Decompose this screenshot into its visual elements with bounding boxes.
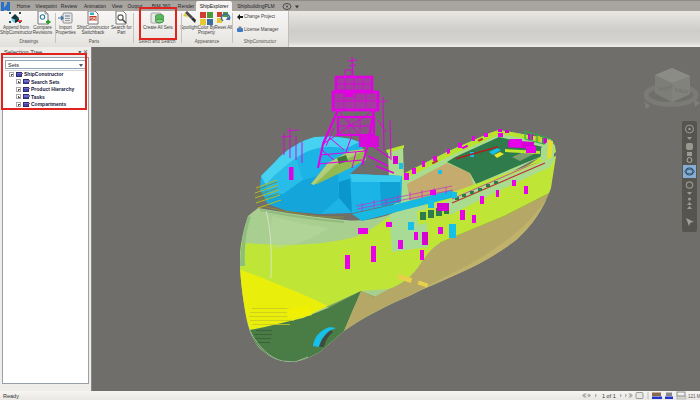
svg-text:121 MB: 121 MB — [688, 394, 700, 399]
svg-text:SB: SB — [90, 17, 96, 22]
svg-text:1 of 1: 1 of 1 — [602, 393, 616, 399]
